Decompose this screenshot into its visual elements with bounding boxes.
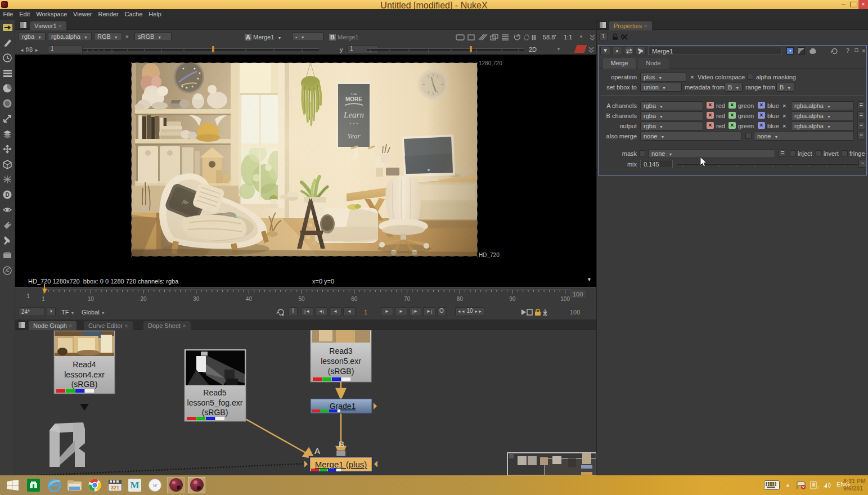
svg-text:(sRGB): (sRGB) [202, 408, 228, 417]
svg-text:(sRGB): (sRGB) [328, 367, 354, 376]
svg-text:(sRGB): (sRGB) [71, 380, 98, 389]
svg-text:90: 90 [509, 296, 516, 302]
svg-text:1: 1 [42, 296, 45, 302]
svg-text:Merge1 (plus): Merge1 (plus) [315, 460, 367, 469]
svg-text:40: 40 [246, 296, 253, 302]
svg-text:D: D [5, 192, 9, 198]
svg-text:50: 50 [299, 296, 305, 302]
svg-text:Read3: Read3 [329, 346, 352, 356]
svg-text:70: 70 [404, 296, 411, 302]
svg-text:30: 30 [193, 296, 200, 302]
svg-text:Grade1: Grade1 [330, 402, 356, 411]
svg-text:B: B [339, 439, 344, 449]
svg-text:321: 321 [111, 485, 119, 490]
svg-text:Read5: Read5 [203, 388, 226, 397]
svg-text:Read4: Read4 [73, 360, 96, 369]
svg-text:lesson4.exr: lesson4.exr [64, 370, 105, 379]
svg-text:lesson5_fog.exr: lesson5_fog.exr [187, 398, 243, 407]
svg-text:A: A [314, 446, 320, 456]
svg-text:lesson5.exr: lesson5.exr [321, 357, 361, 366]
svg-text:20: 20 [140, 296, 147, 302]
svg-text:10: 10 [88, 296, 95, 302]
svg-text:100: 100 [560, 296, 570, 302]
svg-text:60: 60 [351, 296, 358, 302]
svg-text:!: ! [817, 485, 819, 490]
svg-text:80: 80 [457, 296, 464, 302]
